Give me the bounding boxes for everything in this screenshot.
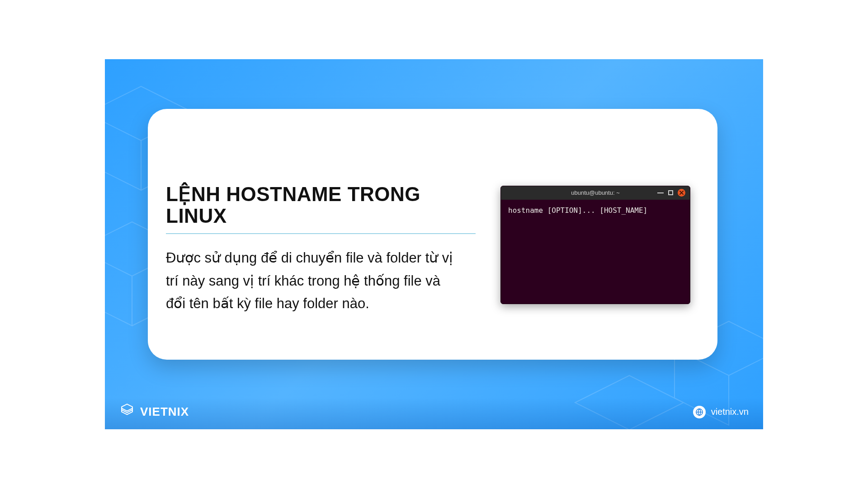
terminal-command: hostname [OPTION]... [HOST_NAME]	[508, 206, 647, 215]
content-card: LỆNH HOSTNAME TRONG LINUX Được sử dụng đ…	[148, 109, 717, 360]
terminal-window: ubuntu@ubuntu: ~ hostname [OPTION]... [H…	[500, 186, 690, 304]
terminal-column: ubuntu@ubuntu: ~ hostname [OPTION]... [H…	[500, 141, 690, 333]
site-url: vietnix.vn	[711, 407, 749, 417]
maximize-icon[interactable]	[668, 190, 673, 195]
minimize-icon[interactable]	[657, 192, 664, 193]
body-text: Được sử dụng để di chuyển file và folder…	[166, 247, 455, 315]
page-title: LỆNH HOSTNAME TRONG LINUX	[166, 183, 476, 235]
terminal-body: hostname [OPTION]... [HOST_NAME]	[501, 200, 690, 221]
footer: VIETNIX vietnix.vn	[105, 398, 763, 429]
site-link[interactable]: vietnix.vn	[693, 406, 749, 418]
terminal-titlebar: ubuntu@ubuntu: ~	[501, 186, 690, 200]
slide-stage: LỆNH HOSTNAME TRONG LINUX Được sử dụng đ…	[105, 59, 763, 429]
brand-logo-icon	[119, 403, 135, 421]
window-controls	[657, 189, 685, 197]
text-column: LỆNH HOSTNAME TRONG LINUX Được sử dụng đ…	[166, 141, 476, 333]
brand: VIETNIX	[119, 403, 189, 421]
brand-name: VIETNIX	[140, 405, 189, 419]
globe-icon	[693, 406, 706, 418]
close-icon[interactable]	[678, 189, 685, 197]
